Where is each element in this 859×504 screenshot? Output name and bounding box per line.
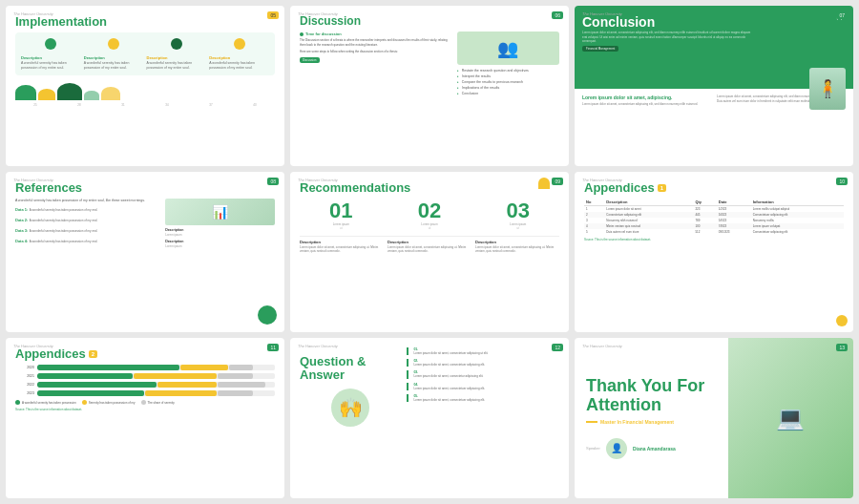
slide-badge: 06	[552, 11, 563, 19]
source-text: Source: This is the source information a…	[584, 238, 844, 242]
bar-segment	[37, 390, 144, 396]
tl-34: 34	[147, 103, 187, 107]
legend-item: The share of serenity	[141, 400, 175, 405]
bar-segment	[145, 390, 217, 396]
tl-28: 28	[59, 103, 99, 107]
bar-segment	[37, 373, 133, 379]
yellow-dot-decoration	[836, 315, 848, 326]
tl-40: 40	[235, 103, 275, 107]
body-text: The Discussion section of a thesis is wh…	[300, 38, 453, 47]
tl-25: 25	[15, 103, 55, 107]
references-left: A wonderful serenity has taken possessio…	[15, 199, 161, 248]
desc-item-2: Description Lorem ipsum dolor sit amet, …	[388, 240, 471, 253]
thankyou-inner: Thank You ForAttention Master In Financi…	[575, 338, 853, 498]
slide-appendices-2: The Hanover University 11 Appendices 2 2…	[6, 338, 284, 498]
slide-badge: 13	[836, 344, 848, 351]
bar-year-label: 2021	[15, 374, 34, 378]
discussion-right: 👥 Restate the research question and obje…	[457, 32, 559, 97]
desc-item-3: Description Lorem ipsum dolor sit amet, …	[475, 240, 559, 253]
legend-color-dot	[82, 400, 87, 405]
appendix-number: 1	[658, 184, 666, 192]
person-photo: 🧍	[809, 68, 846, 110]
description-columns: Description A wonderful serenity has tak…	[21, 55, 269, 70]
speaker-label-text: Speaker	[586, 446, 600, 451]
num-01: 01 Lorem ipsum ut	[300, 200, 383, 230]
qa-text: Lorem ipsum dolor sit amet, consectetuer…	[413, 398, 559, 402]
qa-left: Question &Answer 🙌	[300, 347, 401, 432]
bullet-5: Conclusion	[457, 92, 559, 95]
steps-intro: Here are some steps to follow when writi…	[300, 50, 453, 53]
slide-badge: 10	[836, 178, 848, 185]
references-content: A wonderful serenity has taken possessio…	[15, 199, 275, 248]
desc-col-1: Description A wonderful serenity has tak…	[21, 55, 81, 70]
legend-label: Serenity has taken possession of my	[89, 401, 136, 405]
description-box: Description Lorem ipsum	[165, 228, 275, 237]
qa-item: 01.Lorem ipsum dolor sit amet, consectet…	[407, 347, 559, 355]
qa-item: 03.Lorem ipsum dolor sit amet, consectet…	[407, 370, 559, 378]
col-info: Information	[751, 199, 844, 206]
table-cell: 5	[584, 229, 604, 235]
financial-button[interactable]: Financial Management	[582, 46, 618, 52]
slide-badge: 09	[552, 178, 563, 185]
slide-title: Discussion	[300, 15, 559, 28]
appendix-number: 2	[89, 350, 97, 358]
bullets-list: Restate the research question and object…	[457, 69, 559, 95]
slide-recommendations: The Hanover University 09 Recommendation…	[290, 172, 569, 332]
col-date: Date	[717, 199, 751, 206]
table-cell: 512	[693, 229, 716, 235]
col-description: Description	[604, 199, 693, 206]
source-text: Source: This is the source information a…	[15, 408, 275, 411]
green-circle-decoration	[258, 305, 277, 325]
thankyou-title: Thank You ForAttention	[586, 377, 717, 415]
chart-legend: A wonderful serenity has taken possessio…	[15, 400, 275, 405]
slide-appendices-1: The Hanover University 10 Appendices 1 N…	[575, 172, 853, 332]
bar-segment	[229, 365, 253, 370]
discussion-button[interactable]: Discussion	[300, 57, 320, 63]
slide-badge: 07	[836, 11, 848, 19]
bar-segment	[180, 365, 228, 370]
qa-content: Question &Answer 🙌 01.Lorem ipsum dolor …	[300, 347, 559, 432]
table-cell: Duis autem vel eum iriure	[604, 229, 693, 235]
divider	[300, 236, 559, 237]
references-right: 📊 Description Lorem ipsum Description Lo…	[165, 199, 275, 248]
desc-col-4: Description A wonderful serenity has tak…	[209, 55, 269, 70]
qa-right: 01.Lorem ipsum dolor sit amet, consectet…	[407, 347, 559, 432]
desc-label-4: Description	[209, 55, 269, 60]
desc-label-2: Description	[84, 55, 144, 60]
lorem-title: Lorem ipsum dolor sit amet, adipiscing.	[582, 94, 711, 100]
discussion-photo: 👥	[457, 32, 559, 65]
tl-31: 31	[103, 103, 143, 107]
qa-item: 05.Lorem ipsum dolor sit amet, consectet…	[407, 394, 559, 402]
bullet-3: Compare the results to previous research	[457, 80, 559, 84]
intro-text: A wonderful serenity has taken possessio…	[15, 199, 161, 202]
bar-group: 2022	[15, 382, 275, 388]
legend-color-dot	[141, 400, 146, 405]
thankyou-left: Thank You ForAttention Master In Financi…	[575, 338, 728, 498]
appendices-table: No Description Qty Date Information 1Lor…	[584, 199, 844, 235]
desc-col-3: Description A wonderful serenity has tak…	[147, 55, 207, 70]
desc-label-1: Description	[21, 55, 81, 60]
university-label: The Hanover University	[13, 178, 53, 182]
bar-track	[37, 390, 275, 396]
subtitle: Master In Financial Management	[586, 419, 717, 425]
slide-implementation: The Hanover University 05 Implementation…	[6, 6, 284, 166]
bottom-left-text: Lorem ipsum dolor sit amet, consectetuer…	[582, 102, 711, 106]
bar-track	[37, 382, 275, 388]
conclusion-top: Conclusion " Lorem ipsum dolor sit amet,…	[575, 6, 853, 89]
ref-item-1: Data 1: A wonderful serenity has taken p…	[15, 206, 161, 213]
university-label: The Hanover University	[298, 11, 338, 16]
slide-title: References	[15, 181, 275, 195]
desc-label-3: Description	[147, 55, 207, 60]
bar-segment	[134, 373, 217, 379]
bar-segment	[218, 390, 253, 396]
descriptions-row: Description Lorem ipsum dolor sit amet, …	[300, 240, 559, 253]
ref-item-3: Data 3: A wonderful serenity has taken p…	[15, 227, 161, 234]
legend-item: A wonderful serenity has taken possessio…	[15, 400, 76, 405]
bar-segment	[218, 382, 265, 388]
icon-yellow-circle2	[210, 38, 269, 52]
bullet-4: Implications of the results	[457, 86, 559, 90]
bar-year-label: 2022	[15, 383, 34, 387]
slide-title: Appendices	[584, 181, 655, 195]
qa-text: Lorem ipsum dolor sit amet, consectetuer…	[413, 351, 559, 355]
bar-year-label: 2020	[15, 366, 34, 369]
